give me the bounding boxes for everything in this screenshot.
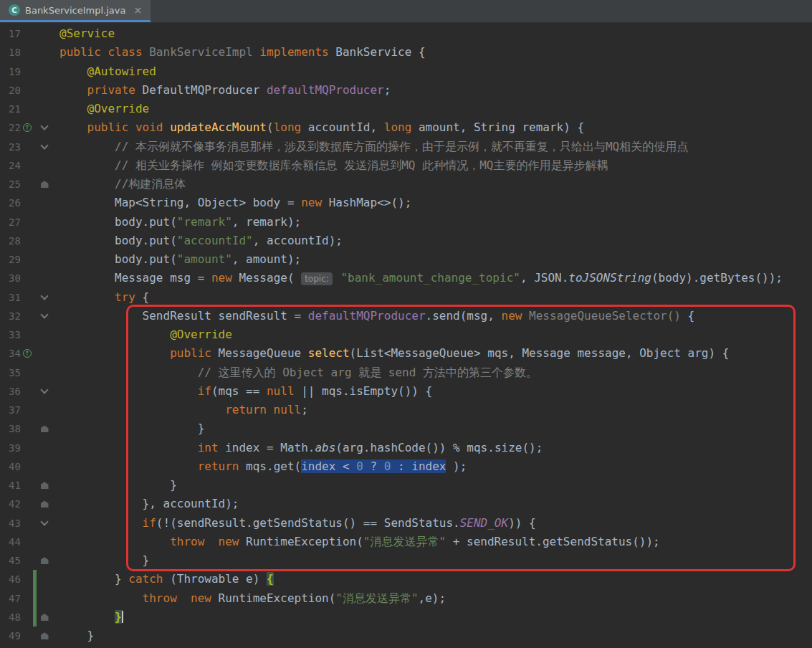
code-line[interactable]: 17@Service — [0, 24, 812, 43]
tab-bankserviceimpl[interactable]: C BankServiceImpl.java × — [0, 0, 151, 22]
line-number[interactable]: 21 — [0, 100, 22, 118]
code-line[interactable]: 30 Message msg = new Message( topic: "ba… — [0, 269, 812, 287]
code-line[interactable]: 21 @Override — [0, 100, 812, 118]
code-line[interactable]: 44 throw new RuntimeException("消息发送异常" +… — [0, 533, 812, 551]
line-number[interactable]: 26 — [0, 194, 22, 212]
fold-collapse-icon[interactable] — [37, 296, 52, 299]
code-line[interactable]: 36 if(mqs == null || mqs.isEmpty()) { — [0, 382, 812, 401]
code-line[interactable]: 23 // 本示例就不像事务消息那样，涉及到数据库方面的操作，由于是示例，就不再… — [0, 138, 812, 156]
vcs-change-marker — [33, 24, 37, 43]
line-number[interactable]: 37 — [0, 401, 22, 419]
line-number[interactable]: 47 — [0, 589, 22, 608]
line-number[interactable]: 41 — [0, 476, 22, 495]
line-number[interactable]: 45 — [0, 551, 22, 570]
line-number[interactable]: 40 — [0, 457, 22, 476]
code-line[interactable]: 26 Map<String, Object> body = new HashMa… — [0, 194, 812, 212]
vcs-change-marker — [33, 62, 37, 81]
code-line[interactable]: 38 } — [0, 419, 812, 438]
fold-end-icon[interactable] — [37, 557, 52, 564]
line-number[interactable]: 23 — [0, 138, 22, 156]
line-number[interactable]: 48 — [0, 608, 22, 626]
code-token: { — [688, 309, 695, 323]
code-token: 0 — [356, 459, 363, 473]
fold-end-icon[interactable] — [37, 181, 52, 188]
fold-end-icon[interactable] — [37, 632, 52, 639]
overriding-method-icon[interactable]: ↑ — [23, 123, 32, 132]
code-line[interactable]: 49 } — [0, 626, 812, 645]
line-number[interactable]: 18 — [0, 43, 22, 62]
fold-collapse-icon[interactable] — [37, 315, 52, 318]
line-number[interactable]: 30 — [0, 269, 22, 287]
fold-collapse-icon[interactable] — [37, 146, 52, 148]
overriding-method-icon[interactable]: ↑ — [23, 349, 32, 358]
code-line[interactable]: 46 } catch (Throwable e) { — [0, 570, 812, 589]
line-number[interactable]: 36 — [0, 382, 22, 401]
code-line[interactable]: 31 try { — [0, 288, 812, 307]
code-editor[interactable]: 17@Service18public class BankServiceImpl… — [0, 23, 812, 647]
code-line[interactable]: 48 } — [0, 608, 812, 626]
code-token: "bank_amount_change_topic" — [340, 271, 520, 285]
code-token — [59, 158, 115, 172]
gutter-mark-slot: ↑ — [22, 349, 33, 358]
line-number[interactable]: 20 — [0, 81, 22, 100]
fold-region-end-icon — [41, 632, 49, 639]
code-line[interactable]: 25 //构建消息体 — [0, 175, 812, 194]
line-number[interactable]: 29 — [0, 250, 22, 269]
code-line[interactable]: 39 int index = Math.abs(arg.hashCode()) … — [0, 439, 812, 457]
fold-end-icon[interactable] — [37, 425, 52, 432]
editor-gutter: 37 — [0, 401, 59, 419]
vcs-change-marker — [33, 457, 37, 476]
code-line[interactable]: 18public class BankServiceImpl implement… — [0, 43, 812, 62]
code-line[interactable]: 41 } — [0, 476, 812, 495]
fold-end-icon[interactable] — [37, 614, 52, 621]
code-line[interactable]: 20 private DefaultMQProducer defaultMQPr… — [0, 81, 812, 100]
fold-end-icon[interactable] — [37, 482, 52, 489]
line-number[interactable]: 44 — [0, 533, 22, 551]
fold-end-icon[interactable] — [37, 500, 52, 508]
editor-gutter: 22↑ — [0, 118, 59, 137]
fold-collapse-icon[interactable] — [37, 390, 52, 393]
line-number[interactable]: 22 — [0, 118, 22, 137]
fold-collapse-icon[interactable] — [37, 522, 52, 525]
code-line[interactable]: 42 }, accountId); — [0, 495, 812, 513]
code-line[interactable]: 45 } — [0, 551, 812, 570]
line-number[interactable]: 33 — [0, 325, 22, 344]
line-number[interactable]: 42 — [0, 495, 22, 513]
code-line[interactable]: 34↑ public MessageQueue select(List<Mess… — [0, 344, 812, 363]
line-number[interactable]: 31 — [0, 288, 22, 307]
code-line[interactable]: 40 return mqs.get(index < 0 ? 0 : index … — [0, 457, 812, 476]
line-number[interactable]: 28 — [0, 232, 22, 250]
code-token: throw new — [143, 591, 211, 605]
line-number[interactable]: 43 — [0, 514, 22, 533]
code-line[interactable]: 28 body.put("accountId", accountId); — [0, 232, 812, 250]
code-line[interactable]: 33 @Override — [0, 325, 812, 344]
line-number[interactable]: 19 — [0, 62, 22, 81]
code-token: "消息发送异常" — [363, 535, 446, 548]
code-text: // 这里传入的 Object arg 就是 send 方法中的第三个参数。 — [59, 363, 538, 382]
code-line[interactable]: 19 @Autowired — [0, 62, 812, 81]
code-line[interactable]: 24 // 相关业务操作 例如变更数据库余额信息 发送消息到MQ 此种情况，MQ… — [0, 156, 812, 175]
fold-collapse-icon[interactable] — [37, 126, 52, 129]
code-line[interactable]: 32 SendResult sendResult = defaultMQProd… — [0, 307, 812, 325]
code-text: // 本示例就不像事务消息那样，涉及到数据库方面的操作，由于是示例，就不再重复，… — [59, 138, 688, 156]
code-line[interactable]: 27 body.put("remark", remark); — [0, 213, 812, 232]
editor-gutter: 34↑ — [0, 344, 59, 363]
code-line[interactable]: 35 // 这里传入的 Object arg 就是 send 方法中的第三个参数… — [0, 363, 812, 382]
line-number[interactable]: 46 — [0, 570, 22, 589]
code-line[interactable]: 22↑ public void updateAccMount(long acco… — [0, 118, 812, 137]
tab-close-icon[interactable]: × — [133, 4, 142, 16]
line-number[interactable]: 38 — [0, 419, 22, 438]
line-number[interactable]: 34 — [0, 344, 22, 363]
line-number[interactable]: 25 — [0, 175, 22, 194]
line-number[interactable]: 27 — [0, 213, 22, 232]
line-number[interactable]: 49 — [0, 626, 22, 645]
code-line[interactable]: 47 throw new RuntimeException("消息发送异常",e… — [0, 589, 812, 608]
code-line[interactable]: 43 if(!(sendResult.getSendStatus() == Se… — [0, 514, 812, 533]
line-number[interactable]: 24 — [0, 156, 22, 175]
line-number[interactable]: 39 — [0, 439, 22, 457]
line-number[interactable]: 17 — [0, 24, 22, 43]
line-number[interactable]: 32 — [0, 307, 22, 325]
code-line[interactable]: 37 return null; — [0, 401, 812, 419]
code-line[interactable]: 29 body.put("amount", amount); — [0, 250, 812, 269]
line-number[interactable]: 35 — [0, 363, 22, 382]
